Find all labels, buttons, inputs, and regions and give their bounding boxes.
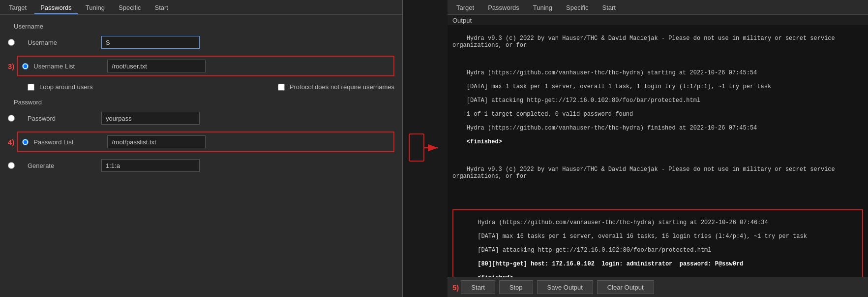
- output-hl-bold-line: [80][http-get] host: 172.16.0.102 login:…: [478, 261, 743, 267]
- username-section-label: Username: [8, 19, 394, 32]
- left-tab-bar: Target Passwords Tuning Specific Start: [0, 0, 402, 15]
- right-tab-bar: Target Passwords Tuning Specific Start: [448, 0, 868, 15]
- annotation-5: 5): [452, 283, 459, 292]
- username-row: Username: [8, 36, 394, 49]
- generate-label: Generate: [28, 162, 96, 169]
- output-highlighted-block: Hydra (https://github.com/vanhauser-thc/…: [452, 209, 863, 277]
- password-input[interactable]: [101, 112, 200, 125]
- output-hl-line-1: [DATA] max 16 tasks per 1 server, overal…: [478, 233, 807, 240]
- left-panel: Target Passwords Tuning Specific Start U…: [0, 0, 403, 297]
- output-hl-line-2: [DATA] attacking http-get://172.16.0.102…: [478, 247, 711, 254]
- svg-rect-1: [409, 134, 424, 161]
- password-list-row: Password List: [17, 132, 394, 152]
- loop-around-label: Loop around users: [39, 83, 92, 91]
- bottom-bar: 5) Start Stop Save Output Clear Output: [448, 277, 868, 297]
- generate-radio[interactable]: [8, 162, 15, 169]
- username-input[interactable]: [101, 36, 200, 49]
- loop-around-checkbox[interactable]: [28, 84, 34, 91]
- start-button[interactable]: Start: [461, 280, 495, 294]
- password-list-radio[interactable]: [22, 139, 29, 145]
- form-area: Username Username 3) Username List Loop …: [0, 15, 402, 297]
- no-usernames-label: Protocol does not require usernames: [290, 83, 394, 91]
- username-radio-label: Username: [28, 39, 96, 46]
- generate-input[interactable]: [101, 159, 200, 172]
- output-line-9: Hydra v9.3 (c) 2022 by van Hauser/THC & …: [452, 166, 838, 180]
- username-list-row: Username List: [17, 56, 394, 76]
- password-radio[interactable]: [8, 115, 15, 122]
- tab-tuning-left[interactable]: Tuning: [80, 2, 111, 14]
- annotation-4: 4): [8, 138, 14, 146]
- arrow-icon: [408, 124, 443, 173]
- username-list-radio[interactable]: [22, 63, 29, 69]
- output-line-2: Hydra (https://github.com/vanhauser-thc/…: [467, 69, 757, 76]
- output-finished-1: <finished>: [467, 138, 502, 145]
- output-area[interactable]: Hydra v9.3 (c) 2022 by van Hauser/THC & …: [448, 25, 868, 277]
- right-panel: Target Passwords Tuning Specific Start O…: [448, 0, 868, 297]
- tab-start-right[interactable]: Start: [597, 2, 622, 14]
- password-row: Password: [8, 112, 394, 125]
- output-line-0: Hydra v9.3 (c) 2022 by van Hauser/THC & …: [452, 35, 838, 49]
- password-section-label: Password: [8, 95, 394, 108]
- annotation-3: 3): [8, 62, 14, 70]
- tab-target-right[interactable]: Target: [450, 2, 480, 14]
- tab-tuning-right[interactable]: Tuning: [527, 2, 558, 14]
- start-btn-wrapper: 5) Start: [452, 280, 495, 294]
- output-label: Output: [448, 15, 868, 25]
- tab-passwords-right[interactable]: Passwords: [482, 2, 525, 14]
- password-list-label: Password List: [33, 138, 102, 146]
- output-line-6: Hydra (https://github.com/vanhauser-thc/…: [467, 125, 757, 132]
- output-line-5: 1 of 1 target completed, 0 valid passwor…: [467, 111, 633, 118]
- username-list-input[interactable]: [107, 60, 206, 72]
- password-list-input[interactable]: [107, 135, 206, 148]
- save-output-button[interactable]: Save Output: [537, 280, 593, 294]
- tab-start-left[interactable]: Start: [149, 2, 174, 14]
- tab-passwords-left[interactable]: Passwords: [34, 2, 78, 14]
- password-radio-label: Password: [28, 115, 96, 122]
- username-list-label: Username List: [33, 63, 102, 70]
- username-radio[interactable]: [8, 39, 15, 46]
- tab-specific-left[interactable]: Specific: [113, 2, 147, 14]
- tab-specific-right[interactable]: Specific: [560, 2, 595, 14]
- clear-output-button[interactable]: Clear Output: [597, 280, 654, 294]
- output-line-3: [DATA] max 1 task per 1 server, overall …: [467, 83, 771, 90]
- no-usernames-checkbox[interactable]: [278, 84, 285, 91]
- tab-target-left[interactable]: Target: [3, 2, 32, 14]
- output-line-4: [DATA] attacking http-get://172.16.0.102…: [467, 97, 700, 104]
- stop-button[interactable]: Stop: [499, 280, 533, 294]
- generate-row: Generate: [8, 159, 394, 172]
- checkbox-row-loop: Loop around users Protocol does not requ…: [8, 83, 394, 91]
- output-hl-line-0: Hydra (https://github.com/vanhauser-thc/…: [478, 219, 768, 226]
